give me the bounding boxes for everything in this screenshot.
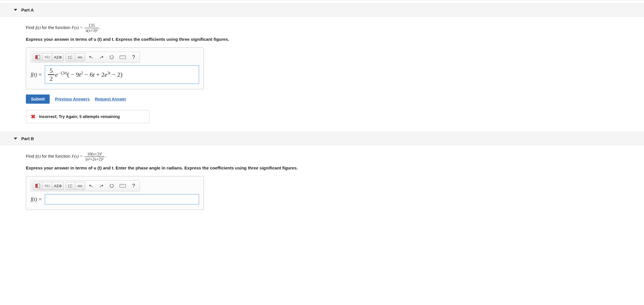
part-a-instruction: Express your answer in terms of u (t) an… xyxy=(26,37,638,42)
request-answer-link[interactable]: Request Answer xyxy=(95,97,126,101)
templates-btn[interactable] xyxy=(33,53,43,61)
math-icon: ᵡ√□ xyxy=(45,55,50,59)
part-b-title: Part B xyxy=(21,136,34,141)
part-b-header[interactable]: Part B xyxy=(0,132,644,145)
denominator: s(s+3)³ xyxy=(84,28,99,33)
svg-rect-0 xyxy=(35,55,37,59)
caret-down-icon xyxy=(14,9,17,11)
subscript-btn[interactable]: xx xyxy=(65,53,75,61)
redo-btn[interactable] xyxy=(97,53,106,61)
svg-rect-2 xyxy=(68,56,71,59)
lhs-label: f(t) = xyxy=(31,196,42,202)
func-Fs: F(s) = xyxy=(72,25,84,30)
incorrect-icon: ✖ xyxy=(31,114,36,119)
svg-rect-1 xyxy=(38,55,40,59)
subscript-btn[interactable]: xx xyxy=(65,182,75,190)
help-btn[interactable]: ? xyxy=(129,53,138,61)
tb-group-scripts: xx vec xyxy=(65,182,85,190)
answer-num: 5 xyxy=(48,67,55,75)
svg-text:x: x xyxy=(71,57,72,59)
part-a-prompt: Find f(t) for the function F(s) = 135s(s… xyxy=(26,23,638,33)
text: for the function xyxy=(41,154,72,159)
lhs-label: f(t) = xyxy=(31,72,42,78)
actions-a: Submit Previous Answers Request Answer xyxy=(26,94,638,104)
fraction: 10(s+2)²(s²+2s+2)² xyxy=(84,152,105,161)
vec-btn[interactable]: vec xyxy=(75,53,85,61)
keyboard-icon xyxy=(119,184,126,188)
input-row-a: f(t) = 5 2 e −(3t)( − 9t2 − 6t + 2e3t − … xyxy=(31,65,199,84)
reset-btn[interactable] xyxy=(107,182,116,190)
part-b-body: Find f(t) for the function F(s) = 10(s+2… xyxy=(0,145,644,224)
part-b-instruction: Express your answer in terms of u (t) an… xyxy=(26,165,638,170)
answer-widget-b: ᵡ√□ ΑΣΦ xx vec xyxy=(26,176,204,210)
denominator: (s²+2s+2)² xyxy=(84,157,105,162)
equation-input-a[interactable]: 5 2 e −(3t)( − 9t2 − 6t + 2e3t − 2) xyxy=(45,65,199,84)
greek-btn[interactable]: ΑΣΦ xyxy=(52,182,64,190)
svg-rect-6 xyxy=(38,184,40,188)
submit-button[interactable]: Submit xyxy=(26,94,50,104)
tb-group-templates: ᵡ√□ ΑΣΦ xyxy=(33,182,64,190)
numerator: 10(s+2)² xyxy=(84,152,105,157)
help-btn[interactable]: ? xyxy=(129,182,138,190)
tb-group-templates: ᵡ√□ ΑΣΦ xyxy=(33,53,64,61)
answer-fraction: 5 2 xyxy=(48,67,55,82)
answer-den: 2 xyxy=(48,75,55,82)
toolbar-a: ᵡ√□ ΑΣΦ xx vec xyxy=(31,52,140,63)
text: . xyxy=(105,154,106,159)
answer-widget-a: ᵡ√□ ΑΣΦ xx vec xyxy=(26,47,204,89)
svg-text:x: x xyxy=(71,55,72,57)
undo-btn[interactable] xyxy=(87,182,95,190)
previous-answers-link[interactable]: Previous Answers xyxy=(55,97,90,101)
keyboard-btn[interactable] xyxy=(118,182,128,190)
part-b-prompt: Find f(t) for the function F(s) = 10(s+2… xyxy=(26,152,638,161)
equation-input-b[interactable] xyxy=(45,194,199,204)
templates-btn[interactable] xyxy=(33,182,43,190)
func-ft: f(t) xyxy=(35,154,41,159)
feedback-box: ✖ Incorrect; Try Again; 5 attempts remai… xyxy=(26,110,149,123)
fraction: 135s(s+3)³ xyxy=(84,23,99,33)
func-ft: f(t) xyxy=(35,25,41,30)
svg-text:x: x xyxy=(71,186,72,188)
text: . xyxy=(99,25,101,30)
input-row-b: f(t) = xyxy=(31,194,199,204)
text: Find xyxy=(26,154,35,159)
reset-btn[interactable] xyxy=(107,53,116,61)
text: Find xyxy=(26,25,35,30)
tb-group-scripts: xx vec xyxy=(65,53,85,61)
part-a-body: Find f(t) for the function F(s) = 135s(s… xyxy=(0,17,644,132)
caret-down-icon xyxy=(14,138,17,140)
svg-rect-5 xyxy=(35,184,37,188)
greek-btn[interactable]: ΑΣΦ xyxy=(52,53,64,61)
keyboard-btn[interactable] xyxy=(118,53,128,61)
feedback-text: Incorrect; Try Again; 5 attempts remaini… xyxy=(39,114,120,119)
svg-rect-7 xyxy=(68,185,71,187)
vec-btn[interactable]: vec xyxy=(75,182,85,190)
part-a-header[interactable]: Part A xyxy=(0,3,644,17)
toolbar-b: ᵡ√□ ΑΣΦ xx vec xyxy=(31,180,140,191)
page: Part A Find f(t) for the function F(s) =… xyxy=(0,0,644,235)
svg-text:x: x xyxy=(71,184,72,186)
part-a-title: Part A xyxy=(21,7,34,12)
math-btn[interactable]: ᵡ√□ xyxy=(43,182,52,190)
math-icon: ᵡ√□ xyxy=(45,184,50,188)
undo-btn[interactable] xyxy=(87,53,95,61)
numerator: 135 xyxy=(84,23,99,28)
keyboard-icon xyxy=(119,55,126,59)
func-Fs: F(s) = xyxy=(72,154,84,159)
math-btn[interactable]: ᵡ√□ xyxy=(43,53,52,61)
redo-btn[interactable] xyxy=(97,182,106,190)
text: for the function xyxy=(41,25,72,30)
